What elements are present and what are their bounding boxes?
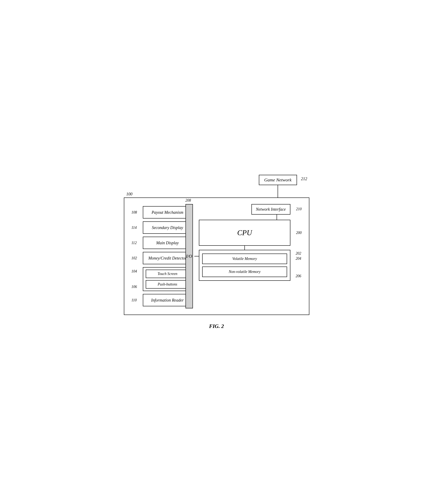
label-102: 102 (132, 256, 137, 260)
push-buttons-box: Push-buttons (146, 280, 189, 288)
game-network-line (278, 185, 278, 198)
game-network-area: Game Network 212 (124, 175, 309, 198)
cpu-to-memory-line (244, 246, 245, 250)
label-200: 200 (296, 230, 302, 235)
label-204: 204 (296, 256, 301, 261)
network-interface-box: Network Interface (252, 204, 290, 215)
secondary-display-row: 114 Secondary Display (143, 221, 184, 234)
label-208: 208 (185, 198, 191, 203)
info-reader-row: 110 Information Reader (143, 294, 184, 306)
volatile-memory-box: Volatile Memory (202, 253, 287, 264)
money-credit-row: 102 Money/Credit Detector (143, 252, 184, 264)
payout-row: 108 Payout Mechanism (143, 206, 184, 218)
label-106: 106 (132, 285, 137, 289)
touch-screen-box: Touch Screen (146, 270, 189, 278)
label-114: 114 (132, 225, 137, 230)
label-210: 210 (296, 207, 302, 211)
fig-caption: FIG. 2 (209, 323, 224, 329)
io-horizontal-connector (194, 256, 199, 256)
label-110: 110 (132, 298, 137, 302)
diagram-page: Game Network 212 100 108 Payout Mechanis… (124, 175, 309, 329)
left-peripherals: 108 Payout Mechanism 114 Secondary Displ… (130, 204, 184, 308)
memory-outer-box: 202 204 206 Volatile Memory Non-volatile… (199, 250, 290, 281)
io-bar: I/O (185, 204, 193, 308)
network-interface-section: Network Interface 210 (199, 204, 290, 220)
label-108: 108 (132, 210, 137, 214)
label-206: 206 (296, 274, 301, 278)
ni-to-cpu-line (277, 215, 277, 220)
network-interface-container: Network Interface 210 (252, 204, 290, 215)
main-display-row: 112 Main Display (143, 237, 184, 249)
label-212: 212 (301, 176, 307, 181)
inner-layout: 108 Payout Mechanism 114 Secondary Displ… (130, 204, 303, 308)
io-bar-area: 208 I/O (184, 204, 194, 308)
label-104: 104 (132, 269, 137, 274)
label-100: 100 (126, 192, 133, 197)
nonvolatile-memory-box: Non-volatile Memory (202, 267, 287, 277)
io-label: I/O (186, 253, 192, 259)
main-container-box: 100 108 Payout Mechanism 114 Secondary D (124, 198, 309, 315)
cpu-box: CPU (199, 220, 290, 246)
game-network-box: Game Network (259, 175, 297, 185)
label-202: 202 (296, 251, 301, 256)
game-network-container: Game Network 212 (259, 175, 297, 198)
input-devices-row: 104 106 Touch Screen Push-buttons (143, 267, 184, 291)
cpu-container: CPU 200 (199, 220, 290, 246)
right-column: Network Interface 210 CPU 200 202 204 20… (199, 204, 303, 308)
label-112: 112 (132, 241, 137, 245)
